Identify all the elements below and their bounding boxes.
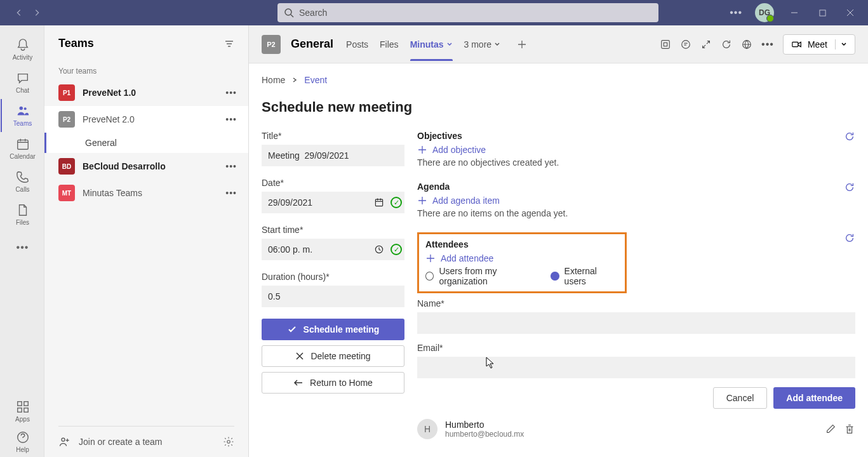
cancel-button[interactable]: Cancel: [713, 387, 768, 409]
search-input[interactable]: Search: [277, 3, 658, 22]
phone-icon: [16, 170, 30, 184]
close-icon: [295, 352, 304, 361]
team-more-button[interactable]: •••: [225, 88, 237, 98]
objectives-refresh[interactable]: [844, 131, 855, 145]
refresh-button[interactable]: [721, 39, 732, 50]
svg-rect-12: [662, 40, 670, 48]
add-tab-button[interactable]: [517, 39, 527, 50]
rail-teams[interactable]: Teams: [1, 99, 44, 132]
radio-org-users[interactable]: Users from my organization: [425, 266, 543, 286]
rail-files[interactable]: Files: [1, 198, 44, 231]
join-create-link[interactable]: Join or create a team: [79, 437, 163, 447]
delete-button[interactable]: Delete meeting: [262, 345, 404, 367]
chat-icon: [16, 71, 30, 85]
team-avatar: P2: [58, 111, 75, 128]
file-icon: [16, 203, 30, 217]
rail-help[interactable]: Help: [1, 427, 44, 457]
forward-button[interactable]: [28, 4, 46, 22]
titlebar-more-button[interactable]: •••: [724, 7, 747, 18]
team-more-button[interactable]: •••: [225, 114, 237, 124]
tab-minutas[interactable]: Minutas: [410, 28, 453, 61]
header-more-button[interactable]: •••: [761, 39, 774, 50]
svg-rect-4: [17, 140, 28, 150]
filter-icon[interactable]: [224, 39, 234, 49]
team-avatar: MT: [58, 185, 75, 201]
attendee-email-label: Email*: [417, 343, 855, 353]
attendee-name: Humberto: [445, 420, 817, 430]
left-rail: Activity Chat Teams Calendar Calls Files…: [0, 25, 44, 457]
title-input[interactable]: [262, 145, 404, 166]
svg-rect-1: [819, 10, 825, 15]
back-button[interactable]: [10, 4, 28, 22]
edit-icon[interactable]: [825, 423, 836, 435]
open-in-app-button[interactable]: [660, 39, 671, 50]
attendees-refresh[interactable]: [844, 232, 855, 246]
svg-rect-16: [792, 42, 798, 46]
breadcrumb-home[interactable]: Home: [262, 75, 285, 85]
rail-more[interactable]: •••: [1, 231, 44, 264]
rail-activity[interactable]: Activity: [1, 33, 44, 66]
history-nav: [5, 4, 51, 22]
user-avatar[interactable]: DG: [755, 3, 774, 22]
agenda-title: Agenda: [417, 182, 844, 192]
attendee-email-input[interactable]: [417, 357, 855, 378]
gear-icon[interactable]: [223, 436, 234, 447]
objectives-title: Objectives: [417, 131, 844, 141]
add-objective-link[interactable]: Add objective: [417, 145, 844, 155]
attendee-name-input[interactable]: [417, 312, 855, 334]
minimize-button[interactable]: [782, 0, 807, 25]
team-more-button[interactable]: •••: [225, 188, 237, 198]
tab-more[interactable]: 3 more: [464, 28, 501, 61]
schedule-button[interactable]: Schedule meeting: [262, 319, 404, 340]
help-icon: [16, 430, 30, 444]
radio-icon: [551, 272, 559, 281]
title-label: Title*: [262, 131, 404, 141]
arrow-left-icon: [293, 378, 304, 387]
svg-point-3: [23, 107, 26, 110]
plus-icon: [425, 253, 436, 263]
trash-icon[interactable]: [844, 423, 855, 435]
team-prevenet1[interactable]: P1 PreveNet 1.0 •••: [44, 79, 248, 106]
date-label: Date*: [262, 178, 404, 188]
radio-external-users[interactable]: External users: [551, 266, 618, 286]
channel-header: P2 General Posts Files Minutas 3 more: [249, 25, 868, 63]
add-agenda-link[interactable]: Add agenda item: [417, 195, 844, 206]
chevron-down-icon: [446, 41, 453, 48]
expand-button[interactable]: [700, 39, 712, 50]
add-attendee-button[interactable]: Add attendee: [773, 387, 855, 409]
tab-files[interactable]: Files: [380, 28, 399, 61]
page-title: Schedule new meeting: [262, 99, 855, 116]
tab-posts[interactable]: Posts: [346, 28, 368, 61]
channel-general[interactable]: General: [44, 133, 248, 153]
globe-button[interactable]: [741, 39, 752, 50]
check-icon: [287, 324, 297, 334]
team-name: Minutas Teams: [83, 188, 218, 198]
date-picker-icon[interactable]: [371, 197, 387, 208]
team-name: PreveNet 2.0: [83, 114, 218, 124]
channel-title: General: [291, 37, 333, 51]
add-attendee-link[interactable]: Add attendee: [425, 253, 618, 263]
team-more-button[interactable]: •••: [225, 161, 237, 171]
time-picker-icon[interactable]: [371, 244, 387, 255]
breadcrumb: Home Event: [262, 75, 855, 85]
attendee-email: humberto@becloud.mx: [445, 430, 817, 439]
chat-panel-button[interactable]: [680, 39, 691, 50]
agenda-refresh[interactable]: [844, 182, 855, 195]
rail-chat[interactable]: Chat: [1, 66, 44, 99]
duration-input[interactable]: [262, 286, 404, 307]
rail-apps[interactable]: Apps: [1, 396, 44, 427]
rail-calendar[interactable]: Calendar: [1, 132, 44, 165]
return-button[interactable]: Return to Home: [262, 372, 404, 394]
chevron-down-icon: [841, 41, 847, 48]
attendee-name-label: Name*: [417, 298, 855, 308]
team-becloud[interactable]: BD BeCloud Desarrollo •••: [44, 153, 248, 180]
meet-button[interactable]: Meet: [783, 34, 855, 55]
team-minutas[interactable]: MT Minutas Teams •••: [44, 180, 248, 206]
team-name: PreveNet 1.0: [83, 88, 218, 98]
breadcrumb-current: Event: [304, 75, 327, 85]
team-prevenet2[interactable]: P2 PreveNet 2.0 •••: [44, 106, 248, 133]
close-button[interactable]: [838, 0, 863, 25]
maximize-button[interactable]: [810, 0, 835, 25]
rail-calls[interactable]: Calls: [1, 165, 44, 198]
plus-icon: [417, 195, 427, 206]
